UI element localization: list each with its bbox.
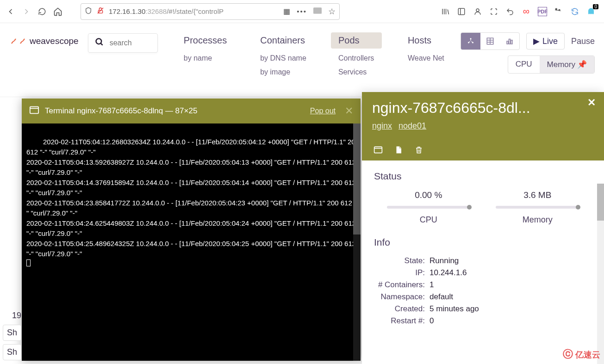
detail-terminal-icon[interactable]: [373, 145, 383, 155]
terminal-icon: [29, 105, 39, 117]
nav-processes-byname[interactable]: by name: [176, 54, 234, 62]
app-header: ⟋⟋ weavescope Processes by name Containe…: [0, 23, 604, 97]
svg-point-6: [96, 39, 101, 44]
node-count: 19: [3, 311, 21, 321]
browser-actions: ∞ PDF 0: [441, 7, 600, 16]
search-box[interactable]: [88, 33, 158, 53]
bookmark-star-icon[interactable]: ☆: [328, 6, 336, 17]
account-icon[interactable]: [473, 7, 482, 16]
detail-panel: ✕ nginx-7687c6665c-8dl... nginx node01 S…: [362, 92, 604, 364]
terminal-close[interactable]: ✕: [345, 105, 353, 117]
logo-icon: ⟋⟋: [9, 36, 27, 46]
back-button[interactable]: [4, 5, 18, 19]
reload-button[interactable]: [35, 5, 49, 19]
svg-rect-3: [458, 8, 465, 15]
ghost-icon[interactable]: 0: [586, 7, 596, 16]
detail-icons: [362, 139, 604, 160]
logo-text: weavescope: [30, 36, 79, 46]
view-graph-button[interactable]: [461, 33, 480, 49]
home-button[interactable]: [51, 5, 65, 19]
metric-memory[interactable]: Memory📌: [540, 56, 594, 73]
terminal-popout[interactable]: Pop out: [310, 107, 336, 115]
svg-rect-17: [511, 40, 512, 44]
cpu-label: CPU: [387, 215, 470, 225]
pause-button[interactable]: Pause: [571, 37, 595, 46]
nav-containers-byimage[interactable]: by image: [253, 68, 312, 76]
detail-scrollbar[interactable]: [597, 184, 604, 364]
sidebar-icon[interactable]: [457, 7, 466, 16]
view-resources-button[interactable]: [500, 33, 519, 49]
detail-close[interactable]: ✕: [587, 97, 596, 109]
url-bar[interactable]: 172.16.1.30:32688/#!/state/{"controlP ▦ …: [81, 3, 340, 20]
detail-link-nginx[interactable]: nginx: [372, 121, 392, 131]
metric-buttons: CPU Memory📌: [508, 56, 595, 74]
status-cpu: 0.00 % CPU: [387, 190, 470, 225]
sync-icon[interactable]: [570, 7, 579, 16]
filter-btn-1[interactable]: Sh: [3, 325, 21, 341]
detail-logs-icon[interactable]: [393, 145, 404, 155]
view-table-button[interactable]: [480, 33, 500, 49]
pin-icon: 📌: [577, 60, 587, 69]
svg-rect-18: [30, 106, 38, 113]
shield-icon: [85, 7, 92, 16]
live-button[interactable]: ▶ Live: [526, 33, 565, 49]
search-input[interactable]: [110, 39, 151, 47]
info-containers-key: # Containers:: [374, 280, 430, 290]
search-icon: [95, 37, 104, 49]
svg-point-8: [470, 38, 471, 39]
svg-rect-20: [374, 147, 382, 153]
info-namespace-val: default: [430, 292, 592, 302]
filter-btn-2[interactable]: Sh: [3, 344, 21, 360]
detail-delete-icon[interactable]: [414, 145, 424, 155]
nav-processes[interactable]: Processes: [176, 32, 234, 49]
metric-cpu[interactable]: CPU: [508, 56, 540, 73]
terminal-body[interactable]: 2020-02-11T05:04:12.268032634Z 10.244.0.…: [22, 123, 361, 361]
screenshot-icon[interactable]: [489, 7, 498, 16]
play-icon: ▶: [533, 36, 540, 46]
pdf-icon[interactable]: PDF: [538, 7, 547, 16]
watermark: ⓒ 亿速云: [563, 347, 600, 361]
badge-count: 0: [593, 4, 598, 9]
terminal-scrollbar[interactable]: [353, 123, 361, 361]
extension-infinity-icon[interactable]: ∞: [522, 7, 531, 16]
nav-containers[interactable]: Containers: [253, 32, 312, 49]
info-restart-key: Restart #:: [374, 316, 430, 326]
terminal-panel: Terminal nginx-7687c6665c-8dlnq — 87×25 …: [22, 99, 361, 361]
info-namespace-key: Namespace:: [374, 292, 430, 302]
detail-title: nginx-7687c6665c-8dl...: [372, 99, 594, 117]
svg-line-7: [100, 43, 102, 45]
svg-rect-16: [509, 39, 510, 44]
view-mode-buttons: [461, 32, 520, 50]
more-icon[interactable]: •••: [297, 7, 307, 15]
terminal-header: Terminal nginx-7687c6665c-8dlnq — 87×25 …: [22, 99, 361, 123]
info-restart-val: 0: [430, 316, 592, 326]
library-icon[interactable]: [441, 7, 450, 16]
nav-pods[interactable]: Pods: [331, 32, 382, 49]
svg-point-5: [476, 9, 479, 12]
info-containers-val: 1: [430, 280, 592, 290]
detail-header: ✕ nginx-7687c6665c-8dl... nginx node01: [362, 92, 604, 139]
nav-containers-bydns[interactable]: by DNS name: [253, 54, 312, 62]
nav-pods-services[interactable]: Services: [331, 68, 382, 76]
terminal-logs: 2020-02-11T05:04:12.268032634Z 10.244.0.…: [26, 138, 361, 258]
nav-pods-controllers[interactable]: Controllers: [331, 54, 382, 62]
nav-hosts-weavenet[interactable]: Weave Net: [400, 54, 451, 62]
detail-link-node[interactable]: node01: [399, 121, 426, 131]
reader-icon[interactable]: [313, 7, 322, 15]
qr-icon[interactable]: ▦: [283, 7, 290, 16]
info-state-key: State:: [374, 256, 430, 265]
undo-icon[interactable]: [505, 7, 515, 16]
detail-links: nginx node01: [372, 121, 594, 131]
logo[interactable]: ⟋⟋ weavescope: [9, 36, 79, 46]
info-title: Info: [374, 237, 592, 248]
cpu-value: 0.00 %: [387, 190, 470, 200]
detail-body: Status 0.00 % CPU 3.6 MB Memory Info Sta…: [362, 160, 604, 341]
svg-rect-2: [313, 7, 322, 14]
extensions-icon[interactable]: [554, 7, 563, 16]
info-state-val: Running: [430, 256, 592, 265]
nav-groups: Processes by name Containers by DNS name…: [176, 32, 451, 76]
nav-hosts[interactable]: Hosts: [400, 32, 451, 49]
forward-button[interactable]: [19, 5, 33, 19]
status-row: 0.00 % CPU 3.6 MB Memory: [374, 190, 592, 225]
memory-label: Memory: [496, 215, 579, 225]
